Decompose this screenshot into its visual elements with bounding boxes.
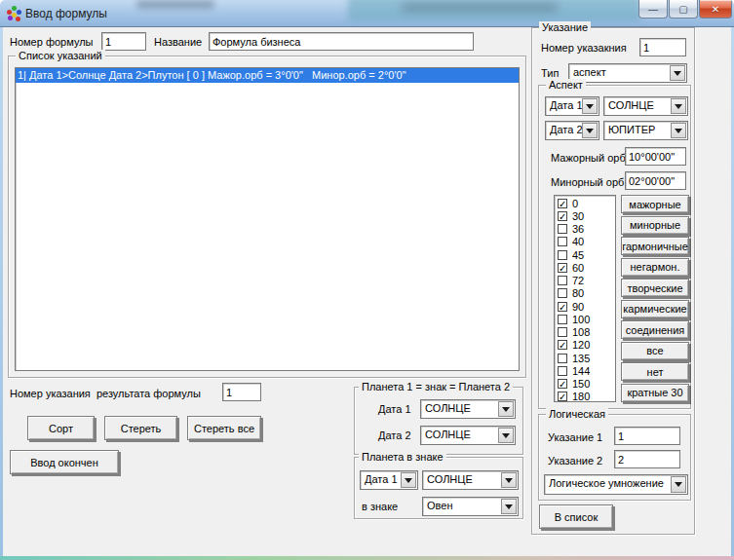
aspect-filter-button[interactable]: нет (621, 362, 689, 381)
angle-label: 150 (572, 378, 590, 390)
aspect-filter-button[interactable]: минорные (621, 216, 689, 235)
checkbox-unchecked-icon[interactable] (558, 288, 567, 298)
chevron-down-icon[interactable] (671, 476, 686, 493)
close-button[interactable]: ✕ (699, 0, 732, 19)
type-combo[interactable]: аспект (568, 63, 687, 83)
checkbox-unchecked-icon[interactable] (558, 327, 567, 337)
instruction-number-input[interactable] (639, 38, 686, 56)
logical-operation-combo[interactable]: Логическое умножение (544, 474, 688, 495)
chevron-down-icon[interactable] (670, 65, 685, 81)
angle-row[interactable]: 72 (558, 275, 615, 287)
angle-row[interactable]: ✓0 (558, 197, 615, 209)
aspect-date1-planet-combo[interactable]: СОЛНЦЕ (603, 96, 688, 116)
result-number-input[interactable] (222, 383, 261, 401)
angle-row[interactable]: ✓150 (558, 378, 615, 391)
aspect-filter-button[interactable]: гармоничные (621, 237, 689, 255)
sign-combo[interactable]: Овен (422, 497, 519, 516)
checkbox-checked-icon[interactable]: ✓ (558, 340, 567, 350)
angle-row[interactable]: 45 (558, 248, 615, 261)
sort-button[interactable]: Сорт (27, 416, 95, 440)
logical-operation-value: Логическое умножение (549, 477, 664, 489)
angle-row[interactable]: 108 (558, 326, 615, 339)
major-orb-input[interactable] (625, 147, 686, 166)
instructions-listbox[interactable]: 1| Дата 1>Солнце Дата 2>Плутон [ 0 ] Маж… (15, 67, 520, 371)
checkbox-unchecked-icon[interactable] (558, 366, 567, 376)
angle-checkbox-list[interactable]: ✓0✓30364045✓607280✓90100108✓120135144✓15… (554, 195, 616, 402)
in-sign-label: в знаке (362, 501, 398, 513)
logical-instr1-input[interactable] (614, 427, 680, 445)
chevron-down-icon[interactable] (671, 123, 686, 138)
angle-row[interactable]: ✓90 (558, 300, 615, 313)
aspect-filter-button[interactable]: соединения (621, 320, 689, 339)
title-bar[interactable]: Ввод формулы — ▢ ✕ (0, 0, 734, 27)
minimize-button[interactable]: — (638, 0, 668, 19)
chevron-down-icon[interactable] (671, 98, 686, 114)
checkbox-unchecked-icon[interactable] (558, 237, 567, 246)
checkbox-checked-icon[interactable]: ✓ (558, 379, 567, 389)
checkbox-unchecked-icon[interactable] (558, 354, 567, 363)
aspect-date1-selector-combo[interactable]: Дата 1 (545, 96, 599, 116)
planet-in-sign-date-combo[interactable]: Дата 1 (360, 470, 418, 490)
checkbox-checked-icon[interactable]: ✓ (558, 263, 567, 273)
planet-equal-group-label: Планета 1 = знак = Планета 2 (359, 381, 513, 393)
chevron-down-icon[interactable] (498, 401, 514, 417)
aspect-filter-button[interactable]: все (621, 342, 689, 360)
list-item[interactable]: 1| Дата 1>Солнце Дата 2>Плутон [ 0 ] Маж… (16, 68, 519, 83)
checkbox-unchecked-icon[interactable] (558, 315, 567, 324)
angle-row[interactable]: 36 (558, 223, 615, 236)
chevron-down-icon[interactable] (582, 98, 598, 114)
angle-row[interactable]: ✓60 (558, 261, 615, 274)
checkbox-unchecked-icon[interactable] (558, 276, 567, 285)
planet-equal-date2-combo[interactable]: СОЛНЦЕ (420, 426, 516, 445)
erase-all-button[interactable]: Стереть все (187, 416, 261, 440)
angle-row[interactable]: 100 (558, 313, 615, 325)
angle-row[interactable]: 135 (558, 352, 615, 364)
checkbox-checked-icon[interactable]: ✓ (558, 302, 567, 312)
checkbox-checked-icon[interactable]: ✓ (558, 392, 567, 401)
angle-row[interactable]: ✓120 (558, 339, 615, 352)
checkbox-unchecked-icon[interactable] (558, 224, 567, 234)
angle-row[interactable]: ✓180 (558, 391, 615, 402)
planet-in-sign-planet-combo[interactable]: СОЛНЦЕ (422, 470, 519, 490)
aspect-filter-button[interactable]: творческие (621, 279, 689, 297)
minor-orb-input[interactable] (625, 171, 686, 190)
chevron-down-icon[interactable] (501, 499, 517, 514)
angle-row[interactable]: 40 (558, 236, 615, 248)
chevron-down-icon[interactable] (498, 428, 514, 443)
planet-equal-date1-combo[interactable]: СОЛНЦЕ (420, 399, 516, 419)
angle-label: 144 (572, 365, 590, 377)
minor-orb-label: Минорный орб (551, 176, 624, 189)
formula-name-input[interactable] (209, 32, 474, 51)
chevron-down-icon[interactable] (582, 123, 598, 138)
aspect-filter-button[interactable]: негармон. (621, 258, 689, 277)
angle-label: 120 (572, 339, 590, 351)
aspect-filter-button[interactable]: мажорные (621, 195, 689, 213)
angle-row[interactable]: 80 (558, 287, 615, 300)
chevron-down-icon[interactable] (401, 472, 416, 488)
instruction-group: Указание Номер указакния Тип аспект Аспе… (531, 27, 695, 535)
logical-instr1-label: Указание 1 (548, 431, 602, 444)
angle-row[interactable]: 144 (558, 364, 615, 377)
planet-in-sign-date-value: Дата 1 (365, 473, 398, 485)
angle-row[interactable]: ✓30 (558, 209, 615, 222)
angle-label: 135 (572, 353, 590, 364)
aspect-filter-button[interactable]: кратные 30 (621, 384, 689, 402)
checkbox-checked-icon[interactable]: ✓ (558, 211, 567, 221)
maximize-button[interactable]: ▢ (669, 0, 698, 19)
checkbox-checked-icon[interactable]: ✓ (558, 199, 567, 208)
checkbox-unchecked-icon[interactable] (558, 250, 567, 260)
erase-button[interactable]: Стереть (104, 416, 177, 440)
chevron-down-icon[interactable] (501, 472, 517, 488)
aspect-date2-selector-combo[interactable]: Дата 2 (545, 121, 599, 140)
planet-in-sign-group: Планета в знаке Дата 1 СОЛНЦЕ в знаке Ов… (354, 457, 523, 519)
angle-label: 72 (572, 275, 584, 286)
to-list-button[interactable]: В список (539, 504, 613, 529)
input-done-button[interactable]: Ввод окончен (10, 450, 119, 474)
aspect-filter-button[interactable]: кармические (621, 300, 689, 318)
aspect-date2-planet-combo[interactable]: ЮПИТЕР (603, 121, 688, 140)
formula-number-input[interactable] (101, 32, 146, 51)
close-icon: ✕ (712, 4, 719, 15)
logical-instr2-input[interactable] (614, 450, 680, 468)
logical-group-label: Логическая (546, 408, 608, 421)
logical-instr2-label: Указание 2 (548, 455, 602, 467)
